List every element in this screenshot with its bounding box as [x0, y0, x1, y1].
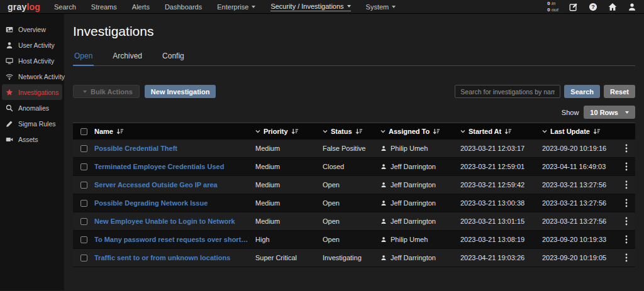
column-header-assigned-to[interactable]: Assigned To — [380, 128, 460, 135]
row-checkbox[interactable] — [80, 163, 87, 170]
sort-icon[interactable] — [116, 128, 124, 135]
filter-chevron-icon[interactable] — [380, 129, 386, 134]
person-icon — [380, 182, 387, 188]
table-row: Server Accessed Outside Geo IP area Medi… — [73, 176, 635, 194]
investigation-link[interactable]: Terminated Employee Credentials Used — [94, 163, 255, 170]
search-icon — [6, 104, 13, 112]
reset-button[interactable]: Reset — [604, 85, 635, 98]
search-input[interactable] — [455, 85, 560, 98]
sidebar-item-investigations[interactable]: Investigations — [2, 84, 62, 100]
kebab-icon — [625, 162, 628, 171]
pagination-controls: Show 10 Rows — [73, 106, 635, 119]
person-icon — [380, 200, 387, 206]
new-investigation-button[interactable]: New Investigation — [145, 85, 216, 98]
column-header-status[interactable]: Status — [323, 128, 380, 135]
throughput-in: 0 in — [547, 1, 558, 6]
started-at-cell: 2023-03-21 13:00:38 — [460, 199, 542, 207]
investigation-link[interactable]: New Employee Unable to Login to Network — [94, 217, 255, 225]
nav-item-alerts[interactable]: Alerts — [132, 3, 150, 11]
sidebar-item-network-activity[interactable]: Network Activity — [2, 69, 62, 84]
sidebar-item-label: Assets — [18, 136, 38, 143]
kebab-icon — [625, 144, 628, 153]
edit-icon[interactable] — [569, 3, 578, 11]
filter-chevron-icon[interactable] — [460, 129, 465, 134]
row-menu-button[interactable] — [618, 235, 635, 244]
nav-item-dashboards[interactable]: Dashboards — [165, 3, 202, 11]
priority-cell: Medium — [255, 199, 323, 207]
select-all-checkbox[interactable] — [80, 128, 87, 135]
sidebar-item-anomalies[interactable]: Anomalies — [2, 100, 62, 116]
tab-config[interactable]: Config — [161, 52, 186, 65]
assigned-cell: Jeff Darrington — [380, 199, 460, 207]
row-menu-button[interactable] — [618, 162, 635, 171]
row-checkbox[interactable] — [80, 255, 87, 261]
row-menu-button[interactable] — [618, 199, 635, 207]
row-menu-button[interactable] — [618, 180, 635, 189]
nav-item-streams[interactable]: Streams — [91, 3, 117, 11]
row-menu-button[interactable] — [618, 253, 635, 262]
sidebar-item-host-activity[interactable]: Host Activity — [2, 53, 62, 69]
sidebar-item-label: User Activity — [18, 41, 55, 49]
show-label: Show — [562, 109, 579, 116]
search-button[interactable]: Search — [564, 85, 600, 98]
nav-item-search[interactable]: Search — [54, 3, 76, 11]
filter-chevron-icon[interactable] — [255, 129, 260, 134]
row-checkbox[interactable] — [80, 200, 87, 207]
filter-chevron-icon[interactable] — [323, 129, 328, 134]
column-header-name[interactable]: Name — [94, 128, 255, 135]
priority-cell: Medium — [255, 181, 323, 189]
investigation-link[interactable]: Server Accessed Outside Geo IP area — [94, 181, 255, 189]
column-header-last-update[interactable]: Last Update — [542, 128, 618, 135]
tab-open[interactable]: Open — [73, 52, 94, 66]
started-at-cell: 2023-03-21 12:59:42 — [460, 181, 542, 189]
priority-cell: Medium — [255, 217, 323, 225]
sort-icon[interactable] — [433, 128, 440, 135]
table-row: Possible Degrading Network Issue Medium … — [73, 194, 635, 212]
security-sidebar: Overview User Activity Host Activity Net… — [0, 14, 64, 290]
column-header-started-at[interactable]: Started At — [460, 128, 542, 135]
investigation-link[interactable]: Possible Credential Theft — [94, 145, 255, 152]
bulk-actions-button[interactable]: Bulk Actions — [73, 85, 140, 98]
investigation-link[interactable]: Traffic sent to or from unknown location… — [94, 254, 255, 261]
status-cell: Investigating — [323, 254, 380, 261]
sidebar-item-overview[interactable]: Overview — [2, 21, 62, 37]
kebab-icon — [625, 253, 628, 262]
sort-icon[interactable] — [504, 128, 512, 135]
sidebar-item-sigma-rules[interactable]: Sigma Rules — [2, 116, 62, 131]
investigation-link[interactable]: Possible Degrading Network Issue — [94, 199, 255, 207]
kebab-icon — [625, 235, 628, 244]
row-menu-button[interactable] — [618, 144, 635, 153]
row-menu-button[interactable] — [618, 217, 635, 226]
row-checkbox[interactable] — [80, 182, 87, 189]
row-checkbox[interactable] — [80, 218, 87, 225]
star-icon — [6, 89, 13, 96]
sidebar-item-label: Overview — [18, 26, 46, 33]
row-checkbox[interactable] — [80, 236, 87, 243]
assigned-name: Jeff Darrington — [391, 163, 436, 170]
help-icon[interactable]: ? — [589, 3, 597, 11]
sidebar-item-assets[interactable]: Assets — [2, 131, 62, 147]
status-cell: Open — [323, 181, 380, 189]
investigation-link[interactable]: To Many password reset requests over sho… — [94, 236, 255, 243]
column-header-priority[interactable]: Priority — [255, 128, 323, 135]
tab-archived[interactable]: Archived — [111, 52, 143, 65]
row-checkbox[interactable] — [80, 145, 87, 152]
sort-icon[interactable] — [593, 128, 601, 135]
sort-icon[interactable] — [355, 128, 363, 135]
sidebar-item-label: Investigations — [18, 89, 58, 96]
home-icon[interactable] — [608, 3, 617, 11]
nav-item-security-investigations[interactable]: Security / Investigations — [270, 3, 350, 11]
started-at-cell: 2023-03-21 13:01:15 — [460, 217, 542, 225]
filter-chevron-icon[interactable] — [542, 129, 547, 134]
sort-icon[interactable] — [291, 128, 299, 135]
assigned-name: Philip Umeh — [391, 236, 428, 243]
graylog-logo[interactable]: graylog — [8, 2, 40, 12]
nav-item-enterprise[interactable]: Enterprise — [217, 3, 255, 11]
user-menu-icon[interactable] — [628, 3, 636, 11]
throughput-out: 0 out — [547, 7, 558, 13]
sidebar-item-user-activity[interactable]: User Activity — [2, 37, 62, 53]
nav-item-system[interactable]: System — [366, 3, 396, 11]
last-update-cell: 2023-03-21 13:27:56 — [542, 181, 618, 189]
rows-per-page-dropdown[interactable]: 10 Rows — [584, 106, 635, 119]
column-label: Last Update — [550, 128, 590, 135]
